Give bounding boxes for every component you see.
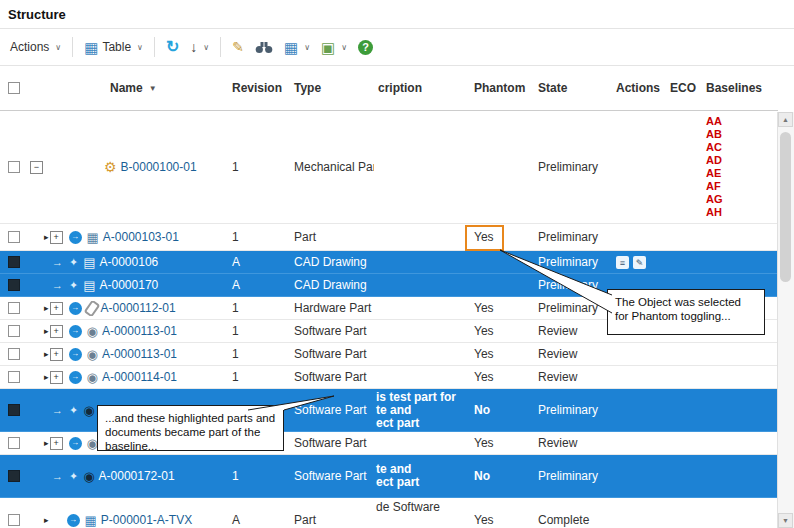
sort-menu[interactable]: ↓ ∨ <box>190 40 209 54</box>
select-all-checkbox[interactable] <box>8 82 20 94</box>
baseline-label[interactable]: AF <box>706 180 778 193</box>
table-row[interactable]: −⚙B-0000100-011Mechanical PartPreliminar… <box>0 111 778 224</box>
column-header-name[interactable]: Name ▼ <box>28 81 228 95</box>
column-header-description[interactable]: cription <box>374 81 470 95</box>
child-branch-icon: → <box>52 404 63 416</box>
row-checkbox[interactable] <box>8 161 20 173</box>
description-line: is test part for <box>376 391 470 404</box>
baselines-cell <box>702 389 778 431</box>
expand-icon[interactable]: + <box>50 302 63 315</box>
column-header-actions[interactable]: Actions <box>612 81 666 95</box>
expand-icon[interactable]: + <box>50 348 63 361</box>
row-checkbox[interactable] <box>8 279 20 291</box>
display-menu[interactable]: ▦ ∨ <box>284 40 310 55</box>
related-objects-menu[interactable]: ▣ ∨ <box>321 40 347 55</box>
name-cell: →✦▤A-0000106 <box>28 255 228 269</box>
status-globe-icon: → <box>69 437 82 450</box>
expand-arrow-icon[interactable]: ▸ <box>44 326 49 336</box>
status-globe-icon: → <box>69 231 82 244</box>
state-cell: Review <box>534 324 612 338</box>
row-checkbox[interactable] <box>8 470 20 482</box>
row-checkbox[interactable] <box>8 302 20 314</box>
state-cell: Preliminary <box>534 403 612 417</box>
page-title: Structure <box>0 0 794 28</box>
column-header-type[interactable]: Type <box>290 81 374 95</box>
edit-icon[interactable]: ✎ <box>232 40 244 54</box>
object-link[interactable]: B-0000100-01 <box>121 160 197 174</box>
expand-icon[interactable]: + <box>50 325 63 338</box>
type-cell: Software Part <box>290 469 374 483</box>
toolbar: Actions ∨ ▦ Table ∨ ↻ ↓ ∨ ✎ ▦ ∨ <box>0 28 794 66</box>
table-row[interactable]: ▸+→◉A-0000113-011Software PartYesReview <box>0 343 778 366</box>
expand-arrow-icon[interactable]: ▸ <box>44 515 49 525</box>
actions-menu[interactable]: Actions ∨ <box>10 40 61 54</box>
collapse-icon[interactable]: − <box>30 161 43 174</box>
table-row[interactable]: ▸+→▦A-0000103-011PartYesPreliminary <box>0 224 778 251</box>
expand-icon[interactable]: + <box>50 371 63 384</box>
expand-arrow-icon[interactable]: ▸ <box>44 372 49 382</box>
row-checkbox[interactable] <box>8 348 20 360</box>
name-cell: →✦▤A-0000170 <box>28 278 228 292</box>
row-checkbox[interactable] <box>8 231 20 243</box>
column-header-eco[interactable]: ECO <box>666 81 702 95</box>
refresh-icon[interactable]: ↻ <box>166 39 179 55</box>
expand-icon[interactable]: + <box>50 231 63 244</box>
object-link[interactable]: A-0000113-01 <box>102 347 177 361</box>
revision-cell: 1 <box>228 347 290 361</box>
column-header-revision[interactable]: Revision <box>228 81 290 95</box>
subscribe-icon[interactable]: ≡ <box>616 256 629 269</box>
sort-desc-icon: ▼ <box>149 84 157 93</box>
expand-arrow-icon[interactable]: ▸ <box>44 303 49 313</box>
expand-arrow-icon[interactable]: ▸ <box>44 349 49 359</box>
part-icon: ▦ <box>87 231 99 244</box>
baseline-label[interactable]: AH <box>706 206 778 219</box>
object-link[interactable]: A-0000106 <box>100 255 159 269</box>
row-checkbox[interactable] <box>8 404 20 416</box>
baseline-label[interactable]: AA <box>706 115 778 128</box>
table-row[interactable]: ▸→▦P-000001-A-TVXAPartde SoftwareYesComp… <box>0 498 778 528</box>
column-header-phantom[interactable]: Phantom <box>470 81 534 95</box>
scroll-down-button[interactable]: ▼ <box>778 513 793 528</box>
object-link[interactable]: A-0000114-01 <box>102 370 177 384</box>
table-row[interactable]: →✦◉A-0000172-011Software Partte andect p… <box>0 455 778 498</box>
table-menu[interactable]: ▦ Table ∨ <box>84 40 143 55</box>
object-link[interactable]: A-0000103-01 <box>103 230 179 244</box>
baseline-label[interactable]: AE <box>706 167 778 180</box>
baseline-label[interactable]: AC <box>706 141 778 154</box>
name-cell: ▸+→◉A-0000113-01 <box>28 324 228 338</box>
row-checkbox[interactable] <box>8 437 20 449</box>
scroll-up-button[interactable]: ▲ <box>778 112 793 127</box>
object-link[interactable]: A-0000113-01 <box>102 324 177 338</box>
object-link[interactable]: A-0000170 <box>100 278 159 292</box>
row-checkbox[interactable] <box>8 371 20 383</box>
row-checkbox[interactable] <box>8 514 20 526</box>
vertical-scrollbar[interactable]: ▲ ▼ <box>777 112 794 528</box>
find-icon[interactable] <box>255 41 273 54</box>
object-link[interactable]: P-000001-A-TVX <box>101 513 192 527</box>
column-header-baselines[interactable]: Baselines <box>702 81 778 95</box>
object-link[interactable]: A-0000172-01 <box>99 469 175 483</box>
status-pin-icon: ✦ <box>69 279 78 292</box>
baseline-label[interactable]: AB <box>706 128 778 141</box>
type-cell: CAD Drawing <box>290 255 374 269</box>
expand-arrow-icon[interactable]: ▸ <box>44 232 49 242</box>
report-icon[interactable]: ✎ <box>633 256 646 269</box>
scrollbar-thumb[interactable] <box>780 132 791 282</box>
baseline-label[interactable]: AG <box>706 193 778 206</box>
column-header-state[interactable]: State <box>534 81 612 95</box>
expand-arrow-icon[interactable]: ▸ <box>44 438 49 448</box>
type-cell: Software Part <box>290 370 374 384</box>
row-checkbox[interactable] <box>8 256 20 268</box>
row-checkbox[interactable] <box>8 325 20 337</box>
phantom-cell: Yes <box>470 347 534 361</box>
expand-icon[interactable]: + <box>50 437 63 450</box>
toolbar-divider <box>154 37 155 57</box>
cad-document-icon: ▤ <box>83 279 95 292</box>
status-globe-icon: → <box>69 348 82 361</box>
object-link[interactable]: A-0000112-01 <box>101 301 176 315</box>
state-cell: Preliminary <box>534 230 612 244</box>
baseline-label[interactable]: AD <box>706 154 778 167</box>
table-row[interactable]: ▸+→◉A-0000114-011Software PartYesReview <box>0 366 778 389</box>
help-icon[interactable]: ? <box>358 40 373 55</box>
table-row[interactable]: →✦▤A-0000106ACAD DrawingPreliminary≡✎ <box>0 251 778 274</box>
